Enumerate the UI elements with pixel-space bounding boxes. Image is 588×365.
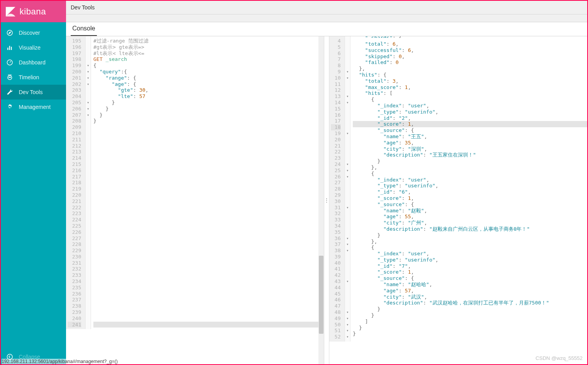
svg-point-8: [8, 76, 12, 80]
nav-label: Dashboard: [19, 59, 46, 66]
watermark: CSDN @wzq_55552: [536, 355, 583, 361]
svg-rect-3: [7, 48, 8, 50]
request-fold-gutter[interactable]: ▾▾▾▾▾▾▾: [86, 36, 91, 329]
svg-rect-5: [11, 47, 12, 50]
tab-console[interactable]: Console: [71, 22, 97, 36]
sidebar: kibana Discover Visualize Dashboard Time…: [1, 1, 66, 364]
sidebar-item-management[interactable]: Management: [1, 100, 66, 114]
request-scrollbar[interactable]: [318, 36, 324, 364]
nav-label: Management: [19, 104, 51, 110]
topbar: Dev Tools: [66, 1, 587, 14]
request-code[interactable]: #过滤-range 范围过滤#gt表示> gte表示=>#lt表示< lte表示…: [91, 36, 324, 329]
response-gutter: 4567891011121314151617181920212223242526…: [329, 36, 345, 342]
sidebar-item-visualize[interactable]: Visualize: [1, 40, 66, 55]
tabs: Console: [66, 22, 587, 36]
wrench-icon: [6, 89, 13, 96]
response-pane[interactable]: 4567891011121314151617181920212223242526…: [329, 36, 587, 364]
request-gutter: 1951961971981992002012022032042052062072…: [66, 36, 86, 329]
svg-rect-4: [9, 46, 10, 50]
main: Dev Tools Console 1951961971981992002012…: [66, 1, 587, 364]
scrollbar-thumb[interactable]: [319, 256, 323, 334]
bar-chart-icon: [6, 44, 13, 51]
gear-icon: [6, 103, 13, 110]
gauge-icon: [6, 59, 13, 66]
nav-label: Discover: [19, 30, 40, 36]
status-bar: 192.168.211.132:5601/app/kibana#/managem…: [2, 359, 118, 364]
response-code: "_shards": { "total": 6, "successful": 6…: [350, 36, 587, 342]
sidebar-item-discover[interactable]: Discover: [1, 25, 66, 40]
svg-marker-2: [9, 32, 11, 34]
nav-label: Timelion: [19, 74, 39, 80]
sidebar-item-dev-tools[interactable]: Dev Tools: [1, 85, 66, 100]
svg-line-7: [10, 61, 11, 62]
pane-splitter[interactable]: ⋮: [324, 36, 329, 364]
svg-point-10: [10, 77, 11, 78]
svg-point-9: [9, 77, 10, 78]
nav: Discover Visualize Dashboard Timelion De…: [1, 22, 66, 349]
sidebar-item-timelion[interactable]: Timelion: [1, 70, 66, 85]
logo[interactable]: kibana: [1, 1, 66, 22]
nav-label: Dev Tools: [19, 89, 43, 95]
response-fold-gutter[interactable]: ▾▾▾▾▾▾▾▾▾▾▾▾▾▾▾▾▾▾: [345, 36, 350, 342]
sub-toolbar: [66, 14, 587, 22]
sidebar-item-dashboard[interactable]: Dashboard: [1, 55, 66, 70]
nav-label: Visualize: [19, 45, 41, 51]
compass-icon: [6, 29, 13, 36]
page-title: Dev Tools: [71, 4, 95, 11]
brand-name: kibana: [20, 7, 46, 17]
kibana-logo-icon: [5, 6, 16, 18]
request-pane[interactable]: 1951961971981992002012022032042052062072…: [66, 36, 324, 364]
timelion-icon: [6, 74, 13, 81]
